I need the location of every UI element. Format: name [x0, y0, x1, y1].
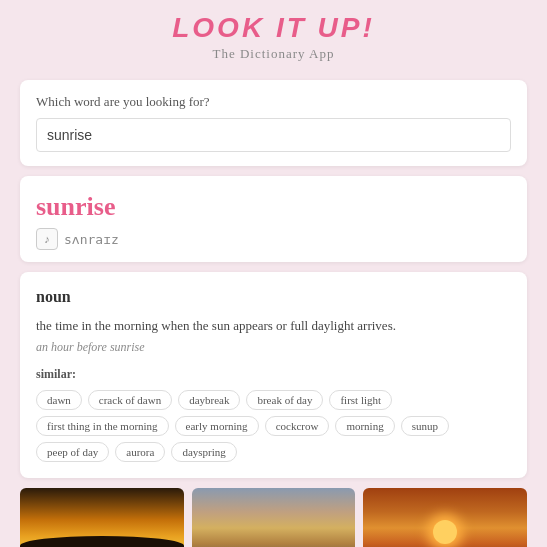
definition-card: noun the time in the morning when the su… — [20, 272, 527, 478]
word-title: sunrise — [36, 192, 511, 222]
tags-container: dawncrack of dawndaybreakbreak of dayfir… — [36, 390, 511, 462]
similar-tag[interactable]: early morning — [175, 416, 259, 436]
image-sunrise-2 — [192, 488, 356, 548]
similar-tag[interactable]: morning — [335, 416, 394, 436]
similar-tag[interactable]: first light — [329, 390, 392, 410]
pronunciation-row: ♪ sʌnraɪz — [36, 228, 511, 250]
search-label: Which word are you looking for? — [36, 94, 511, 110]
image-sunrise-1 — [20, 488, 184, 548]
app-subtitle: The Dictionary App — [0, 46, 547, 62]
app-header: LOOK IT UP! The Dictionary App — [0, 0, 547, 70]
similar-tag[interactable]: crack of dawn — [88, 390, 172, 410]
example-text: an hour before sunrise — [36, 340, 511, 355]
word-card: sunrise ♪ sʌnraɪz — [20, 176, 527, 262]
similar-tag[interactable]: break of day — [246, 390, 323, 410]
part-of-speech: noun — [36, 288, 511, 306]
similar-tag[interactable]: first thing in the morning — [36, 416, 169, 436]
similar-tag[interactable]: peep of day — [36, 442, 109, 462]
similar-tag[interactable]: daybreak — [178, 390, 240, 410]
similar-tag[interactable]: aurora — [115, 442, 165, 462]
definition-text: the time in the morning when the sun app… — [36, 316, 511, 336]
search-card: Which word are you looking for? — [20, 80, 527, 166]
similar-label: similar: — [36, 367, 511, 382]
pronunciation-text: sʌnraɪz — [64, 232, 119, 247]
similar-tag[interactable]: sunup — [401, 416, 449, 436]
search-input[interactable] — [36, 118, 511, 152]
images-section — [20, 488, 527, 548]
app-title: LOOK IT UP! — [0, 12, 547, 44]
sound-icon[interactable]: ♪ — [36, 228, 58, 250]
similar-tag[interactable]: cockcrow — [265, 416, 330, 436]
similar-tag[interactable]: dayspring — [171, 442, 236, 462]
similar-tag[interactable]: dawn — [36, 390, 82, 410]
image-sunrise-3 — [363, 488, 527, 548]
